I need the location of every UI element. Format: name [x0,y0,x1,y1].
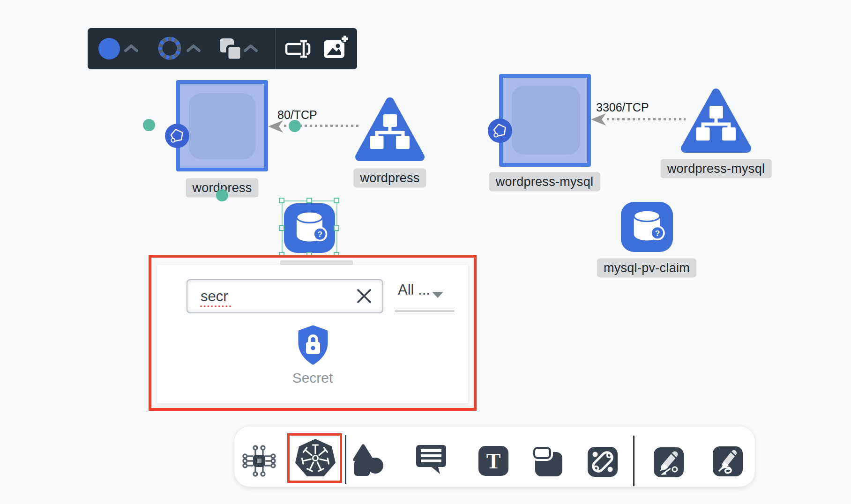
edge-label: 80/TCP [277,108,317,122]
node-service-wordpress-mysql[interactable] [680,87,752,156]
infrastructure-tool-icon[interactable] [242,445,276,477]
connector-tool-icon[interactable] [588,447,618,477]
secret-shield-icon[interactable] [296,325,330,365]
node-label[interactable]: wordpress-mysql [661,159,772,178]
node-storage-selected[interactable]: ? [284,203,335,253]
edge-wordpress-mysql[interactable] [607,118,686,120]
stroke-style-ring-icon[interactable] [157,36,182,60]
pen-arrow-tool-icon[interactable] [654,447,684,477]
clear-search-icon[interactable] [356,288,373,304]
spellcheck-underline [200,305,231,307]
connection-handle[interactable] [216,189,228,201]
resize-handle-w[interactable] [279,225,284,231]
pod-badge-icon [488,119,512,143]
resize-handle-nw[interactable] [279,198,284,203]
deployment-inner-shape [512,86,580,155]
resize-handle-ne[interactable] [334,198,339,203]
shapes-tool-icon[interactable] [352,444,385,478]
database-icon: ? [621,202,673,252]
copy-style-icon[interactable] [219,37,242,61]
node-label[interactable]: mysql-pv-claim [597,259,696,278]
arrowhead-icon [591,113,606,126]
resize-handle-n[interactable] [306,198,312,203]
tool-dock: T [234,426,755,487]
search-result-label[interactable]: Secret [157,370,468,386]
dropdown-caret-icon[interactable] [432,291,444,298]
resource-search-popup: All ... Secret [157,265,468,403]
node-label[interactable]: wordpress [353,169,426,188]
filter-dropdown[interactable]: All ... [398,282,430,298]
chevron-up-icon[interactable] [124,44,138,52]
replace-image-icon[interactable] [323,35,350,62]
style-toolbar [88,28,357,69]
dock-divider [345,435,346,484]
canvas[interactable]: wordpress 80/TCP wordpress wordpress-mys… [0,0,851,504]
comment-tool-icon[interactable] [416,445,446,475]
pod-badge-icon [165,124,189,148]
connection-handle[interactable] [143,119,155,131]
resource-search-popup-annotation: All ... Secret [149,255,477,411]
kubernetes-tool-icon[interactable] [295,438,336,478]
frame-tool-icon[interactable] [532,446,564,477]
rename-icon[interactable] [284,40,311,59]
selected-node-wrapper[interactable]: ? [282,200,337,256]
node-label[interactable]: wordpress-mysql [489,172,600,192]
resize-handle-e[interactable] [334,225,339,231]
node-deployment-wordpress-mysql[interactable] [499,74,591,167]
text-glyph: T [486,449,501,473]
toolbar-divider [275,28,276,69]
node-deployment-wordpress[interactable] [176,80,268,171]
dropdown-underline [395,311,454,311]
fill-color-swatch[interactable] [98,38,120,59]
text-tool-icon[interactable]: T [478,446,508,476]
edge-label: 3306/TCP [596,101,649,114]
dock-divider [633,436,635,486]
chevron-up-icon[interactable] [244,44,258,52]
node-pvc-mysql-pv-claim[interactable]: ? [621,202,673,252]
node-service-wordpress[interactable] [355,96,425,164]
question-badge: ? [318,230,322,239]
pencil-tool-icon[interactable] [713,446,743,476]
chevron-up-icon[interactable] [187,44,201,52]
arrowhead-icon [268,120,283,133]
deployment-inner-shape [189,93,255,159]
question-badge: ? [655,229,660,238]
search-input[interactable] [187,279,383,313]
database-icon: ? [284,203,335,253]
